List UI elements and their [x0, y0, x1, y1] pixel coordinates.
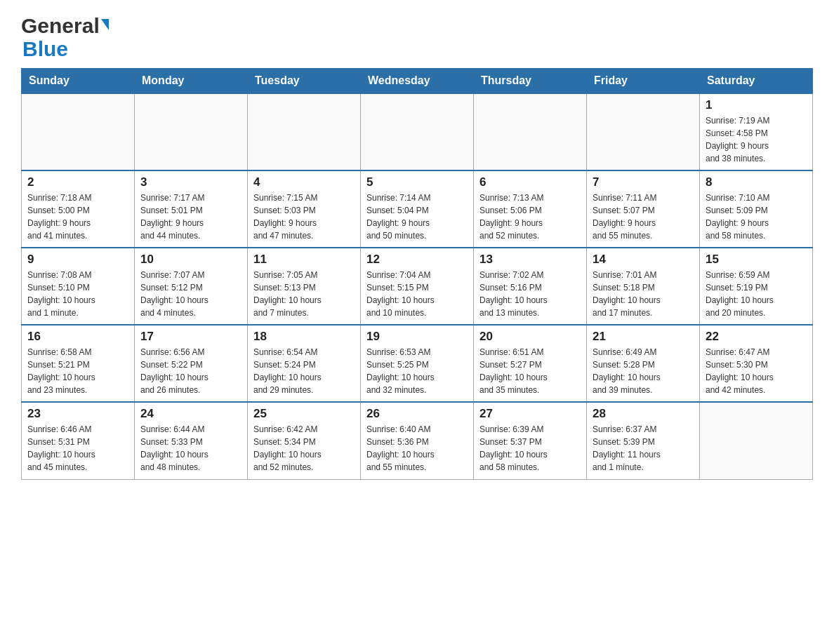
- calendar-cell: 20Sunrise: 6:51 AM Sunset: 5:27 PM Dayli…: [474, 325, 587, 402]
- calendar-cell: 9Sunrise: 7:08 AM Sunset: 5:10 PM Daylig…: [22, 248, 135, 325]
- day-info: Sunrise: 6:42 AM Sunset: 5:34 PM Dayligh…: [253, 423, 355, 474]
- day-number: 12: [366, 253, 468, 267]
- calendar-cell: 7Sunrise: 7:11 AM Sunset: 5:07 PM Daylig…: [587, 170, 700, 248]
- day-number: 18: [253, 330, 355, 344]
- day-number: 22: [706, 330, 807, 344]
- calendar-cell: [248, 93, 361, 170]
- calendar-day-header-friday: Friday: [587, 69, 700, 94]
- calendar-cell: [700, 402, 813, 479]
- day-info: Sunrise: 7:19 AM Sunset: 4:58 PM Dayligh…: [706, 114, 807, 165]
- calendar-cell: [587, 93, 700, 170]
- calendar-week-row: 9Sunrise: 7:08 AM Sunset: 5:10 PM Daylig…: [22, 248, 813, 325]
- calendar-day-header-wednesday: Wednesday: [361, 69, 474, 94]
- day-number: 1: [706, 98, 807, 112]
- day-number: 28: [593, 407, 694, 421]
- calendar-day-header-sunday: Sunday: [22, 69, 135, 94]
- calendar-cell: 13Sunrise: 7:02 AM Sunset: 5:16 PM Dayli…: [474, 248, 587, 325]
- day-info: Sunrise: 6:56 AM Sunset: 5:22 PM Dayligh…: [140, 346, 241, 396]
- calendar-cell: 25Sunrise: 6:42 AM Sunset: 5:34 PM Dayli…: [248, 402, 361, 479]
- calendar-cell: 15Sunrise: 6:59 AM Sunset: 5:19 PM Dayli…: [700, 248, 813, 325]
- day-number: 21: [593, 330, 694, 344]
- day-number: 23: [27, 407, 128, 421]
- calendar-cell: 11Sunrise: 7:05 AM Sunset: 5:13 PM Dayli…: [248, 248, 361, 325]
- day-info: Sunrise: 7:08 AM Sunset: 5:10 PM Dayligh…: [27, 269, 128, 319]
- day-info: Sunrise: 7:18 AM Sunset: 5:00 PM Dayligh…: [27, 192, 128, 242]
- day-info: Sunrise: 7:05 AM Sunset: 5:13 PM Dayligh…: [253, 269, 355, 319]
- day-info: Sunrise: 6:58 AM Sunset: 5:21 PM Dayligh…: [27, 346, 128, 396]
- day-number: 13: [479, 253, 581, 267]
- day-number: 19: [366, 330, 468, 344]
- day-info: Sunrise: 6:49 AM Sunset: 5:28 PM Dayligh…: [593, 346, 694, 396]
- calendar-cell: 2Sunrise: 7:18 AM Sunset: 5:00 PM Daylig…: [22, 170, 135, 248]
- day-info: Sunrise: 6:59 AM Sunset: 5:19 PM Dayligh…: [706, 269, 807, 319]
- calendar-cell: 26Sunrise: 6:40 AM Sunset: 5:36 PM Dayli…: [361, 402, 474, 479]
- calendar-cell: 14Sunrise: 7:01 AM Sunset: 5:18 PM Dayli…: [587, 248, 700, 325]
- calendar-day-header-monday: Monday: [135, 69, 248, 94]
- calendar-cell: [361, 93, 474, 170]
- calendar-cell: 18Sunrise: 6:54 AM Sunset: 5:24 PM Dayli…: [248, 325, 361, 402]
- day-info: Sunrise: 7:11 AM Sunset: 5:07 PM Dayligh…: [593, 192, 694, 242]
- logo-general: General: [21, 14, 100, 37]
- calendar-cell: 6Sunrise: 7:13 AM Sunset: 5:06 PM Daylig…: [474, 170, 587, 248]
- calendar-cell: [22, 93, 135, 170]
- day-number: 10: [140, 253, 241, 267]
- calendar-week-row: 23Sunrise: 6:46 AM Sunset: 5:31 PM Dayli…: [22, 402, 813, 479]
- day-info: Sunrise: 6:51 AM Sunset: 5:27 PM Dayligh…: [479, 346, 581, 396]
- day-number: 9: [27, 253, 128, 267]
- day-info: Sunrise: 6:53 AM Sunset: 5:25 PM Dayligh…: [366, 346, 468, 396]
- calendar-cell: 16Sunrise: 6:58 AM Sunset: 5:21 PM Dayli…: [22, 325, 135, 402]
- day-number: 2: [27, 175, 128, 189]
- calendar-table: SundayMondayTuesdayWednesdayThursdayFrid…: [21, 68, 813, 480]
- day-number: 6: [479, 175, 581, 189]
- day-info: Sunrise: 6:39 AM Sunset: 5:37 PM Dayligh…: [479, 423, 581, 474]
- day-number: 17: [140, 330, 241, 344]
- calendar-cell: 23Sunrise: 6:46 AM Sunset: 5:31 PM Dayli…: [22, 402, 135, 479]
- day-info: Sunrise: 6:37 AM Sunset: 5:39 PM Dayligh…: [593, 423, 694, 474]
- day-info: Sunrise: 7:10 AM Sunset: 5:09 PM Dayligh…: [706, 192, 807, 242]
- day-number: 11: [253, 253, 355, 267]
- calendar-cell: 4Sunrise: 7:15 AM Sunset: 5:03 PM Daylig…: [248, 170, 361, 248]
- calendar-cell: 8Sunrise: 7:10 AM Sunset: 5:09 PM Daylig…: [700, 170, 813, 248]
- day-number: 14: [593, 253, 694, 267]
- calendar-cell: 12Sunrise: 7:04 AM Sunset: 5:15 PM Dayli…: [361, 248, 474, 325]
- calendar-cell: [135, 93, 248, 170]
- day-info: Sunrise: 6:46 AM Sunset: 5:31 PM Dayligh…: [27, 423, 128, 474]
- calendar-cell: [474, 93, 587, 170]
- calendar-cell: 22Sunrise: 6:47 AM Sunset: 5:30 PM Dayli…: [700, 325, 813, 402]
- logo-blue-text: Blue: [22, 37, 68, 61]
- calendar-week-row: 2Sunrise: 7:18 AM Sunset: 5:00 PM Daylig…: [22, 170, 813, 248]
- day-number: 27: [479, 407, 581, 421]
- calendar-week-row: 1Sunrise: 7:19 AM Sunset: 4:58 PM Daylig…: [22, 93, 813, 170]
- day-info: Sunrise: 7:14 AM Sunset: 5:04 PM Dayligh…: [366, 192, 468, 242]
- calendar-cell: 19Sunrise: 6:53 AM Sunset: 5:25 PM Dayli…: [361, 325, 474, 402]
- day-number: 25: [253, 407, 355, 421]
- day-info: Sunrise: 7:17 AM Sunset: 5:01 PM Dayligh…: [140, 192, 241, 242]
- day-number: 15: [706, 253, 807, 267]
- calendar-cell: 28Sunrise: 6:37 AM Sunset: 5:39 PM Dayli…: [587, 402, 700, 479]
- day-info: Sunrise: 7:15 AM Sunset: 5:03 PM Dayligh…: [253, 192, 355, 242]
- day-number: 16: [27, 330, 128, 344]
- day-number: 7: [593, 175, 694, 189]
- calendar-week-row: 16Sunrise: 6:58 AM Sunset: 5:21 PM Dayli…: [22, 325, 813, 402]
- day-info: Sunrise: 6:54 AM Sunset: 5:24 PM Dayligh…: [253, 346, 355, 396]
- calendar-cell: 24Sunrise: 6:44 AM Sunset: 5:33 PM Dayli…: [135, 402, 248, 479]
- day-number: 20: [479, 330, 581, 344]
- page-header: General Blue: [21, 14, 813, 61]
- calendar-cell: 21Sunrise: 6:49 AM Sunset: 5:28 PM Dayli…: [587, 325, 700, 402]
- day-number: 3: [140, 175, 241, 189]
- day-info: Sunrise: 7:07 AM Sunset: 5:12 PM Dayligh…: [140, 269, 241, 319]
- day-number: 5: [366, 175, 468, 189]
- day-info: Sunrise: 7:01 AM Sunset: 5:18 PM Dayligh…: [593, 269, 694, 319]
- calendar-cell: 3Sunrise: 7:17 AM Sunset: 5:01 PM Daylig…: [135, 170, 248, 248]
- calendar-cell: 5Sunrise: 7:14 AM Sunset: 5:04 PM Daylig…: [361, 170, 474, 248]
- day-info: Sunrise: 7:04 AM Sunset: 5:15 PM Dayligh…: [366, 269, 468, 319]
- day-number: 4: [253, 175, 355, 189]
- calendar-day-header-thursday: Thursday: [474, 69, 587, 94]
- logo-triangle-icon: [101, 19, 109, 30]
- day-info: Sunrise: 6:47 AM Sunset: 5:30 PM Dayligh…: [706, 346, 807, 396]
- calendar-cell: 17Sunrise: 6:56 AM Sunset: 5:22 PM Dayli…: [135, 325, 248, 402]
- calendar-cell: 10Sunrise: 7:07 AM Sunset: 5:12 PM Dayli…: [135, 248, 248, 325]
- calendar-day-header-saturday: Saturday: [700, 69, 813, 94]
- calendar-cell: 27Sunrise: 6:39 AM Sunset: 5:37 PM Dayli…: [474, 402, 587, 479]
- day-info: Sunrise: 7:13 AM Sunset: 5:06 PM Dayligh…: [479, 192, 581, 242]
